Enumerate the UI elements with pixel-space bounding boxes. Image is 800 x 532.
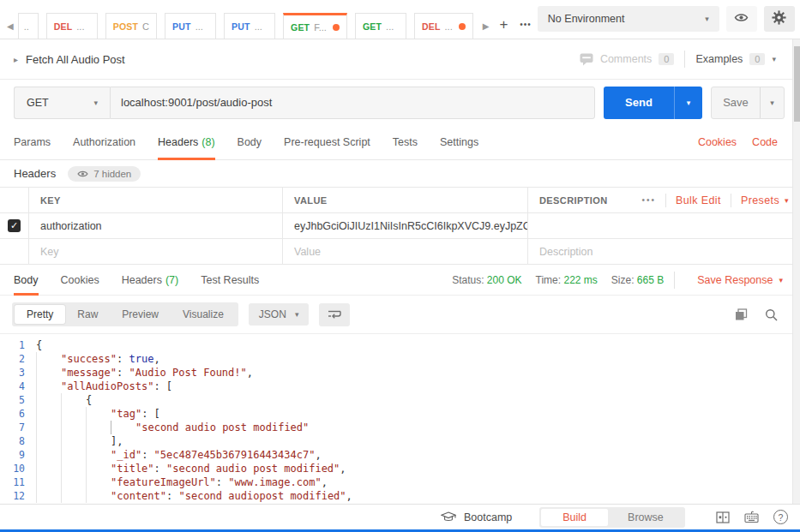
response-tab-body[interactable]: Body (14, 265, 39, 295)
tab-label: Body (238, 136, 262, 148)
line-number: 2 (0, 352, 36, 366)
code-line: 2"success": true, (0, 352, 800, 366)
chevron-left-icon[interactable]: ◀ (7, 21, 14, 31)
indent-guide (61, 434, 86, 448)
code-line-content: "title": "second audio post modified", (36, 462, 346, 475)
disclosure-triangle-icon[interactable]: ▸ (14, 55, 18, 64)
request-tabs: DEL...POSTCPUT...PUT...GETF...GET...DEL.… (46, 13, 481, 39)
new-tab-button[interactable]: + (499, 21, 508, 29)
build-tab[interactable]: Build (541, 509, 608, 526)
description-placeholder-cell[interactable]: Description (528, 239, 800, 264)
copy-button[interactable] (735, 308, 748, 321)
request-tab-put[interactable]: PUT... (224, 13, 275, 39)
tab-settings[interactable]: Settings (440, 125, 478, 159)
response-body-viewer[interactable]: 1{2"success": true,3"message": "Audio Po… (0, 334, 800, 504)
headers-title: Headers (14, 167, 56, 180)
http-method-select[interactable]: GET ▾ (14, 87, 110, 119)
indent-guide (61, 475, 86, 489)
save-response-button[interactable]: Save Response ▾ (697, 274, 783, 286)
code-line: 8], (0, 434, 800, 448)
bulk-edit-link[interactable]: Bulk Edit (676, 194, 721, 206)
response-tab-test-results[interactable]: Test Results (201, 265, 259, 295)
save-options-button[interactable]: ▾ (760, 87, 784, 118)
help-button[interactable]: ? (773, 510, 788, 524)
two-pane-view-button[interactable] (716, 511, 730, 523)
request-tab-put[interactable]: PUT... (165, 13, 216, 39)
more-options-button[interactable]: ••• (641, 195, 656, 205)
main-scrollbar-thumb[interactable] (794, 46, 800, 122)
bootcamp-button[interactable]: Bootcamp (441, 511, 512, 523)
eye-icon (734, 11, 749, 27)
environment-select[interactable]: No Environment ▾ (538, 6, 719, 32)
header-description-cell[interactable] (528, 213, 800, 238)
browse-tab[interactable]: Browse (608, 509, 683, 526)
indent-guide (36, 352, 61, 366)
code-token: { (36, 338, 42, 352)
view-mode-preview[interactable]: Preview (110, 305, 171, 324)
cookies-link[interactable]: Cookies (698, 136, 737, 148)
code-line-content: "message": "Audio Post Found!", (36, 366, 253, 380)
url-input[interactable] (110, 87, 595, 119)
header-value-cell[interactable]: eyJhbGciOiJIUzI1NiIsInR5cCI6IkpXVCJ9.eyJ… (283, 213, 528, 238)
indent-guide (86, 434, 111, 448)
bootcamp-label: Bootcamp (464, 511, 512, 523)
request-tab-del[interactable]: DEL... (414, 13, 473, 39)
tab-tests[interactable]: Tests (393, 125, 418, 159)
request-tab-get[interactable]: GET... (355, 13, 406, 39)
hidden-headers-toggle[interactable]: 7 hidden (68, 166, 141, 182)
code-token: : (216, 475, 228, 489)
examples-dropdown[interactable]: Examples 0 ▾ (695, 53, 776, 65)
headers-section-header: Headers 7 hidden (0, 160, 800, 187)
indent-guide (36, 380, 61, 393)
column-header-key: KEY (29, 188, 283, 212)
chevron-right-icon[interactable]: ▶ (483, 21, 490, 31)
presets-dropdown[interactable]: Presets ▾ (741, 194, 789, 206)
checkbox-checked[interactable]: ✓ (8, 219, 21, 232)
chevron-down-icon: ▾ (705, 15, 709, 23)
tab-title: C (142, 21, 149, 32)
code-line: 1{ (0, 338, 800, 352)
divider (731, 194, 731, 207)
request-tab-del[interactable]: DEL... (46, 13, 98, 39)
tab-options-button[interactable]: ••• (520, 20, 532, 29)
view-mode-raw[interactable]: Raw (65, 305, 110, 324)
request-tab-get-f[interactable]: GETF... (283, 13, 347, 39)
line-number: 5 (0, 393, 36, 407)
save-button[interactable]: Save (712, 87, 760, 118)
tab-params[interactable]: Params (14, 125, 51, 159)
main-scrollbar-track[interactable] (792, 39, 800, 504)
response-tab-cookies[interactable]: Cookies (61, 265, 99, 295)
code-link[interactable]: Code (752, 136, 778, 148)
settings-button[interactable] (764, 6, 795, 32)
code-token: : (166, 489, 178, 503)
save-button-group: Save ▾ (711, 87, 785, 119)
header-key-cell[interactable]: authorization (29, 213, 283, 238)
tab-authorization[interactable]: Authorization (73, 125, 135, 159)
tab-body[interactable]: Body (238, 125, 262, 159)
environment-quick-look-button[interactable] (726, 6, 757, 32)
send-options-button[interactable]: ▾ (674, 87, 702, 119)
request-tabs-list: ParamsAuthorizationHeaders(8)BodyPre-req… (14, 125, 501, 159)
overflow-tab[interactable]: .. (18, 13, 39, 39)
tab-headers[interactable]: Headers(8) (158, 125, 215, 159)
value-placeholder-cell[interactable]: Value (283, 239, 528, 264)
format-select[interactable]: JSON ▾ (249, 303, 310, 326)
tab-title: ... (195, 21, 203, 32)
request-tab-post-c[interactable]: POSTC (105, 13, 157, 39)
view-mode-pretty[interactable]: Pretty (15, 305, 65, 324)
response-tab-headers[interactable]: Headers(7) (122, 265, 179, 295)
keyboard-shortcuts-button[interactable] (744, 511, 759, 523)
wrap-lines-button[interactable] (319, 303, 350, 326)
chevron-down-icon: ▾ (772, 55, 776, 63)
send-button[interactable]: Send (604, 87, 674, 119)
header-row-authorization: ✓ authorization eyJhbGciOiJIUzI1NiIsInR5… (0, 213, 800, 239)
row-checkbox-cell (0, 239, 29, 264)
code-token: , (322, 475, 328, 489)
divider (684, 51, 685, 68)
key-placeholder-cell[interactable]: Key (29, 239, 283, 264)
code-token: : [ (153, 380, 172, 393)
send-button-group: Send ▾ (604, 87, 702, 119)
search-button[interactable] (765, 308, 778, 321)
view-mode-visualize[interactable]: Visualize (171, 305, 236, 324)
tab-pre-request-script[interactable]: Pre-request Script (284, 125, 370, 159)
